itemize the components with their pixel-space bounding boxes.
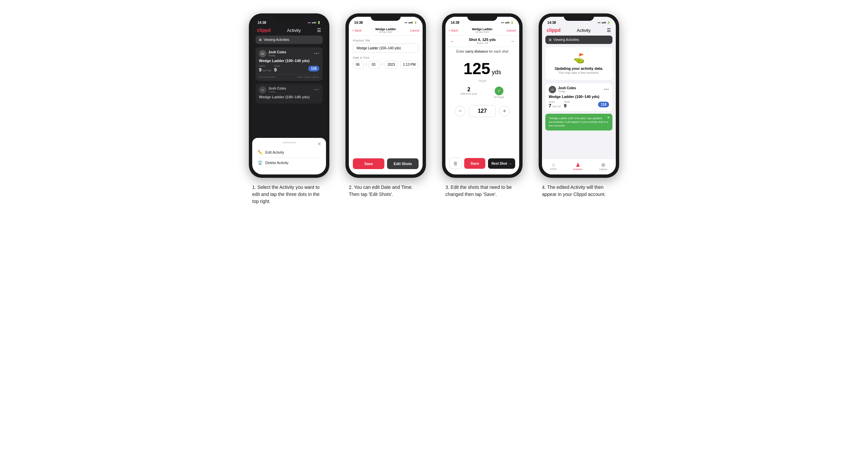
bottom-buttons-2: Save Edit Shots <box>353 158 418 169</box>
activity-card-2[interactable]: JC Josh Coles Today ••• Wedge Ladder (10… <box>255 84 323 104</box>
signal-icon: ▪▪▪ <box>308 21 311 24</box>
distance-input[interactable]: 127 <box>469 105 496 117</box>
phone-screen-2: 14:38 ▪▪▪ wifi 🔋 < Back Wedge Ladder 06 … <box>349 17 423 175</box>
wifi-icon: wifi <box>312 21 316 24</box>
user-info-1: JC Josh Coles Today <box>259 50 286 57</box>
caption-2: 2. You can edit Date and Time. Then tap … <box>349 184 423 198</box>
status-time-1: 14:38 <box>257 21 266 25</box>
date-year-input[interactable]: 2023 <box>385 61 398 68</box>
date-slash-1: / <box>366 63 367 66</box>
phones-row: 14:38 ▪▪▪ wifi 🔋 clippd Activity ☰ ⊞ Vie… <box>246 13 622 205</box>
carry-instruction: Enter carry distance for each shot <box>445 47 519 56</box>
practice-title-input[interactable]: Wedge Ladder (100–140 yds) <box>353 43 418 53</box>
card-header-4: JC Josh Coles Today ••• <box>549 86 609 93</box>
menu-icon-4[interactable]: ☰ <box>607 28 611 33</box>
notch-2 <box>371 13 401 21</box>
delete-activity-item[interactable]: 🗑️ Delete Activity <box>257 158 321 168</box>
three-dots-1[interactable]: ••• <box>314 51 319 56</box>
nav-bar-3: < Back Wedge Ladder 06 Mar 2023 Cancel <box>445 26 519 36</box>
cancel-btn-2[interactable]: Cancel <box>410 29 419 32</box>
date-day-input[interactable]: 06 <box>353 61 364 68</box>
status-icons-4: ▪▪▪ wifi 🔋 <box>598 21 611 24</box>
menu-icon-1[interactable]: ☰ <box>317 28 321 33</box>
nav-bar-2: < Back Wedge Ladder 06 Mar 2023 Cancel <box>349 26 423 36</box>
increment-btn[interactable]: + <box>499 106 510 117</box>
battery-icon-3: 🔋 <box>510 21 514 24</box>
next-shot-arrow[interactable]: → <box>510 39 515 44</box>
hit-target-stat: ✓ Hit Target <box>494 87 504 98</box>
prev-shot-arrow[interactable]: ← <box>450 39 455 44</box>
signal-icon-4: ▪▪▪ <box>598 21 601 24</box>
arrow-icon: → <box>508 162 512 165</box>
user-details-2: Josh Coles Today <box>268 87 286 93</box>
edit-icon: ✏️ <box>257 150 262 155</box>
back-btn-3[interactable]: < Back <box>449 29 458 32</box>
notch-4 <box>564 13 594 21</box>
user-info-4: JC Josh Coles Today <box>549 86 576 93</box>
delete-icon: 🗑️ <box>257 160 262 165</box>
wifi-icon-2: wifi <box>408 21 413 24</box>
time-input[interactable]: 1:13 PM <box>400 61 418 68</box>
status-time-4: 14:38 <box>547 21 556 25</box>
decrement-btn[interactable]: − <box>455 106 466 117</box>
phone-frame-2: 14:38 ▪▪▪ wifi 🔋 < Back Wedge Ladder 06 … <box>345 13 426 178</box>
save-btn-3[interactable]: Save <box>464 158 485 169</box>
wifi-icon-3: wifi <box>505 21 509 24</box>
updating-sub: This may take a few moments. <box>549 71 609 74</box>
stats-row-3: 2 Difference (yds) ✓ Hit Target <box>445 85 519 100</box>
date-month-input[interactable]: 03 <box>369 61 379 68</box>
phone-frame-4: 14:38 ▪▪▪ wifi 🔋 clippd Activity ☰ ⊞ Vie… <box>539 13 619 178</box>
viewing-icon-4: ⊞ <box>549 38 551 41</box>
caption-4: 4. The edited Activity will then appear … <box>542 184 616 198</box>
score-stat-4: Score 7 OUT OF <box>549 101 561 108</box>
delete-shot-btn[interactable]: 🗑 <box>450 158 462 169</box>
stats-row-1: Score 9 OUT OF Shots 9 130 <box>259 65 319 72</box>
card-header-1: JC Josh Coles Today ••• <box>259 50 319 57</box>
next-shot-btn[interactable]: Next Shot → <box>488 158 515 169</box>
user-details-4: Josh Coles Today <box>558 86 576 93</box>
status-time-3: 14:39 <box>451 21 460 25</box>
edit-activity-item[interactable]: ✏️ Edit Activity <box>257 147 321 157</box>
caption-3: 3. Edit the shots that need to be change… <box>445 184 519 198</box>
header-title-1: Activity <box>287 28 301 33</box>
user-details-1: Josh Coles Today <box>268 50 286 57</box>
activity-card-4[interactable]: JC Josh Coles Today ••• Wedge Ladder (10… <box>545 83 613 111</box>
phone-frame-1: 14:38 ▪▪▪ wifi 🔋 clippd Activity ☰ ⊞ Vie… <box>249 13 329 178</box>
date-slash-2: / <box>382 63 383 66</box>
notch-3 <box>467 13 497 21</box>
wifi-icon-4: wifi <box>602 21 606 24</box>
phone-column-3: 14:39 ▪▪▪ wifi 🔋 < Back Wedge Ladder 06 … <box>439 13 526 198</box>
card-footer-1: Test Information Data: Clippd Capture <box>259 74 319 78</box>
activity-title-4: Wedge Ladder (100–140 yds) <box>549 95 609 99</box>
shot-quality-badge-4: 118 <box>598 102 609 107</box>
three-dots-4[interactable]: ••• <box>604 87 609 92</box>
back-btn-2[interactable]: < Back <box>352 29 362 32</box>
app-header-4: clippd Activity ☰ <box>542 26 616 36</box>
yardage-display: 125 yds <box>445 56 519 79</box>
edit-shots-btn[interactable]: Edit Shots <box>387 158 418 169</box>
phone-screen-3: 14:39 ▪▪▪ wifi 🔋 < Back Wedge Ladder 06 … <box>445 17 519 175</box>
three-dots-2[interactable]: ••• <box>314 88 319 92</box>
activity-card-1[interactable]: JC Josh Coles Today ••• Wedge Ladder (10… <box>255 47 323 81</box>
cancel-btn-3[interactable]: Cancel <box>506 29 516 32</box>
sheet-close-btn[interactable]: ✕ <box>317 141 321 147</box>
nav-center-2: Wedge Ladder 06 Mar 2023 <box>375 28 396 33</box>
home-icon: ⌂ <box>550 162 557 168</box>
success-toast: "Wedge Ladder (100–140 yds)" was updated… <box>545 114 613 130</box>
bottom-sheet-1: ✕ ✏️ Edit Activity 🗑️ Delete Activity <box>252 138 326 175</box>
phone-screen-4: 14:38 ▪▪▪ wifi 🔋 clippd Activity ☰ ⊞ Vie… <box>542 17 616 175</box>
hit-target-circle: ✓ <box>495 87 503 95</box>
nav-item-capture[interactable]: ⊕ Capture <box>599 162 608 170</box>
target-label: Target <box>445 79 519 83</box>
app-logo-1: clippd <box>257 28 271 33</box>
avatar-4: JC <box>549 86 556 93</box>
activity-title-1: Wedge Ladder (100–140 yds) <box>259 59 319 63</box>
phone-column-1: 14:38 ▪▪▪ wifi 🔋 clippd Activity ☰ ⊞ Vie… <box>246 13 333 205</box>
nav-item-home[interactable]: ⌂ Home <box>550 162 557 170</box>
app-header-1: clippd Activity ☰ <box>252 26 326 36</box>
shot-info: Shot 6, 125 yds Score 7/9 <box>469 38 496 44</box>
toast-close-btn[interactable]: ✕ <box>607 116 610 119</box>
toast-text: "Wedge Ladder (100–140 yds)" was updated… <box>549 117 609 128</box>
nav-item-activities[interactable]: ♟ Activities <box>573 162 583 170</box>
save-btn-2[interactable]: Save <box>353 158 384 169</box>
